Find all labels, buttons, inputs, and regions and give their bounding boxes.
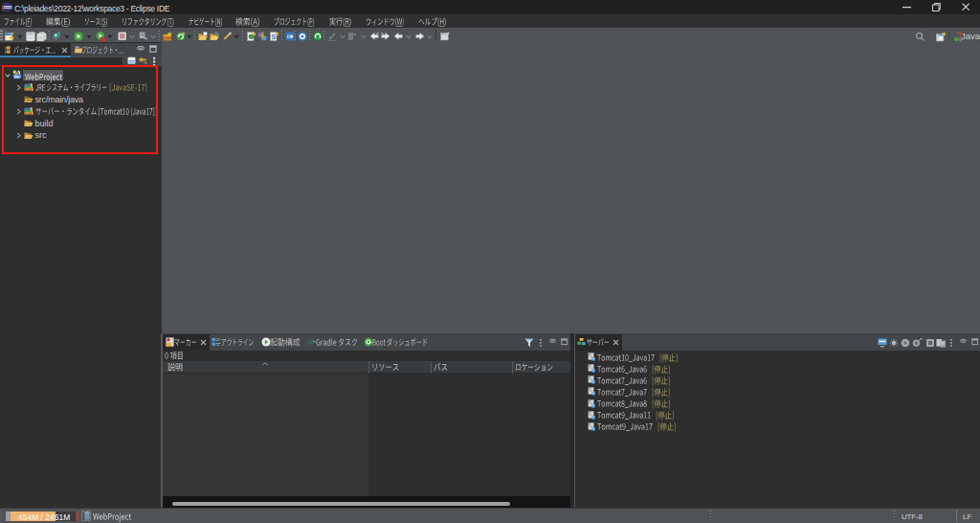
svg-text:S: S <box>271 34 276 40</box>
